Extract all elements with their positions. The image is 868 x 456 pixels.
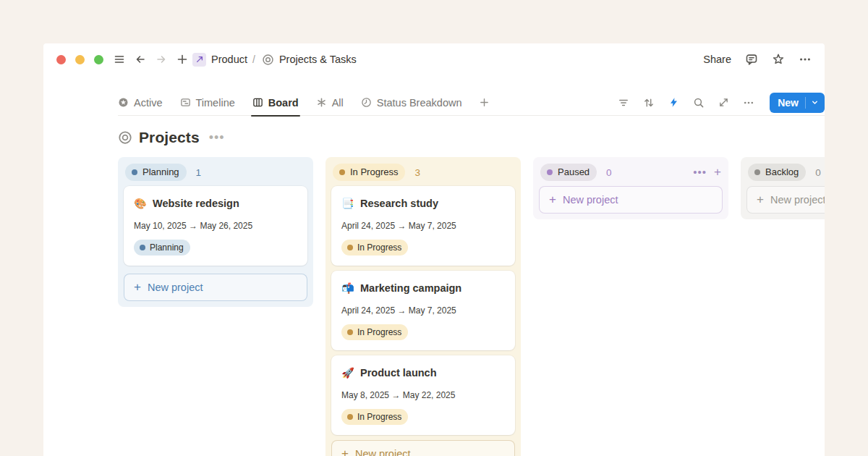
page-title[interactable]: Projects [139,129,200,146]
board-column-planning: Planning 1 🎨 Website redesign May 10, 20… [118,157,313,307]
status-label: In Progress [357,241,401,254]
title-more-icon[interactable]: ••• [209,134,225,141]
card-title: Marketing campaign [360,282,461,294]
column-more-icon[interactable]: ••• [693,169,707,176]
project-card-research-study[interactable]: 📑 Research study April 24, 2025 → May 7,… [331,186,515,266]
tab-all[interactable]: All [316,90,344,116]
card-status-pill: In Progress [341,409,408,425]
status-label: Backlog [765,166,799,179]
mailbox-emoji-icon: 📬 [341,282,354,294]
tab-label: All [332,97,344,109]
tab-status-breakdown[interactable]: Status Breakdown [361,90,462,116]
status-dot-icon [347,245,353,250]
target-icon [262,54,274,66]
filter-icon[interactable] [618,97,629,109]
tab-label: Board [268,97,299,109]
status-label: In Progress [350,166,398,179]
workspace-logo-icon[interactable] [192,53,206,67]
project-card-marketing-campaign[interactable]: 📬 Marketing campaign April 24, 2025 → Ma… [331,271,515,350]
column-count: 0 [606,167,612,178]
new-project-button[interactable]: + New project [331,440,515,456]
tab-active[interactable]: Active [118,90,163,116]
new-button-label: New [770,97,805,109]
new-project-label: New project [770,194,825,206]
plus-icon: + [341,449,349,456]
board-column-backlog: Backlog 0 + New project [741,157,825,219]
card-title: Website redesign [153,198,239,209]
share-button[interactable]: Share [703,54,731,65]
menu-icon[interactable] [114,54,125,65]
status-dot-icon [140,245,145,250]
close-window-button[interactable] [56,55,66,64]
new-project-button[interactable]: + New project [539,186,723,214]
projects-target-icon[interactable] [118,130,132,145]
zoom-window-button[interactable] [94,55,103,64]
tab-timeline[interactable]: Timeline [180,90,235,116]
window-controls [56,55,103,64]
card-date-range: April 24, 2025 → May 7, 2025 [341,221,505,232]
card-status-pill: Planning [134,240,190,256]
app-window: Product / Projects & Tasks Share Active [43,43,825,456]
column-header: Backlog 0 [746,163,825,182]
bolt-icon[interactable] [668,97,679,108]
new-project-button[interactable]: + New project [746,186,825,214]
palette-emoji-icon: 🎨 [134,198,147,209]
search-icon[interactable] [693,97,705,109]
new-project-label: New project [563,194,618,206]
column-count: 1 [196,167,202,178]
status-label: In Progress [357,410,401,423]
tab-label: Active [134,97,163,109]
favorite-star-icon[interactable] [772,53,785,66]
board-view: Planning 1 🎨 Website redesign May 10, 20… [118,157,825,456]
plus-icon: + [757,195,764,205]
plus-icon: + [549,195,556,205]
bookmark-tabs-emoji-icon: 📑 [341,198,354,209]
topbar: Product / Projects & Tasks Share [43,43,825,75]
more-icon[interactable] [799,53,812,66]
status-dot-icon [347,414,353,420]
status-pill-in-progress[interactable]: In Progress [333,164,405,181]
view-more-icon[interactable] [743,97,754,109]
view-tabs-bar: Active Timeline Board All Status Breakdo… [118,90,825,116]
new-page-icon[interactable] [176,54,188,65]
comment-icon[interactable] [745,53,758,66]
status-pill-paused[interactable]: Paused [540,164,597,181]
tab-board[interactable]: Board [252,90,299,116]
column-header: In Progress 3 [331,163,515,182]
card-status-pill: In Progress [341,240,408,256]
chevron-down-icon[interactable] [806,98,825,106]
active-icon [118,97,129,108]
status-dot-icon [132,169,137,175]
expand-icon[interactable] [718,97,729,108]
breadcrumb-page[interactable]: Projects & Tasks [279,54,357,65]
column-header: Paused 0 ••• + [539,163,723,182]
status-pill-planning[interactable]: Planning [125,164,187,181]
project-card-website-redesign[interactable]: 🎨 Website redesign May 10, 2025 → May 26… [124,186,307,266]
plus-icon: + [134,282,141,292]
card-title: Research study [360,198,438,209]
column-header: Planning 1 [124,163,307,182]
all-icon [316,97,327,108]
tab-label: Status Breakdown [377,97,462,109]
page-title-row: Projects ••• [118,127,825,148]
project-card-product-launch[interactable]: 🚀 Product launch May 8, 2025 → May 22, 2… [331,355,515,435]
forward-icon[interactable] [156,54,167,65]
status-pill-backlog[interactable]: Backlog [748,164,806,181]
status-dot-icon [547,169,553,175]
breadcrumb-workspace[interactable]: Product [211,54,247,65]
minimize-window-button[interactable] [75,55,85,64]
back-icon[interactable] [135,54,146,65]
card-date-range: April 24, 2025 → May 7, 2025 [341,305,505,316]
new-button[interactable]: New [770,93,825,113]
status-label: In Progress [357,326,401,339]
status-dot-icon [754,169,760,175]
column-add-icon[interactable]: + [714,167,721,177]
status-label: Planning [150,241,184,254]
sort-icon[interactable] [643,97,655,109]
new-project-button[interactable]: + New project [124,274,307,301]
add-view-icon[interactable] [479,90,490,116]
board-column-paused: Paused 0 ••• + + New project [533,157,728,219]
new-project-label: New project [148,282,203,293]
card-title: Product launch [360,367,437,379]
breadcrumb-separator: / [252,54,255,65]
